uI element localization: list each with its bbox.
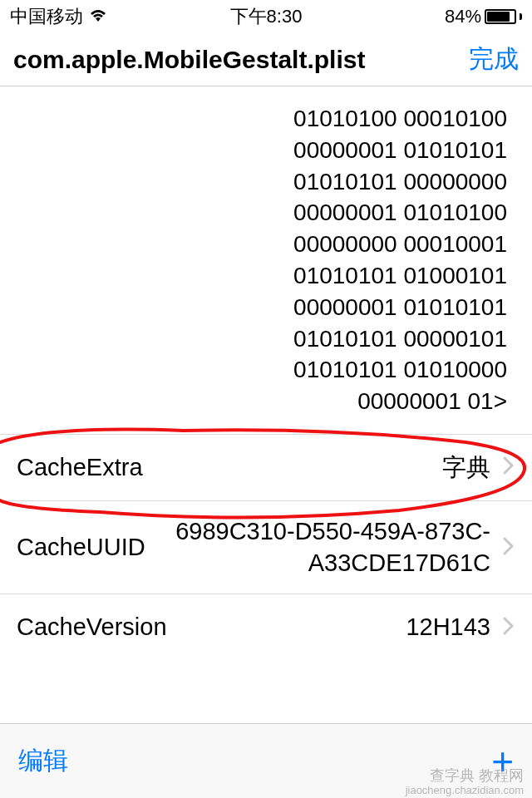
battery-indicator: 84% <box>445 6 522 27</box>
chevron-right-icon <box>502 453 515 481</box>
status-time: 下午8:30 <box>230 4 303 29</box>
carrier-label: 中国移动 <box>10 4 83 29</box>
binary-line: 00000001 01010100 <box>17 197 507 229</box>
chevron-right-icon <box>502 534 515 562</box>
binary-line: 01010100 00010100 <box>17 103 507 135</box>
binary-line: 00000000 00010001 <box>17 229 507 260</box>
binary-line: 01010101 01000101 <box>17 260 507 292</box>
chevron-right-icon <box>502 613 515 642</box>
row-cacheversion[interactable]: CacheVersion 12H143 <box>0 594 532 660</box>
binary-line: 00000001 01> <box>17 386 507 417</box>
row-cacheextra[interactable]: CacheExtra 字典 <box>0 434 532 500</box>
watermark: 查字典 教程网 jiaocheng.chazidian.com <box>406 768 524 796</box>
row-key: CacheVersion <box>17 613 167 641</box>
toolbar: 编辑 + 查字典 教程网 jiaocheng.chazidian.com <box>0 723 532 798</box>
row-key: CacheUUID <box>17 534 145 561</box>
watermark-line: jiaocheng.chazidian.com <box>406 785 524 796</box>
binary-line: 01010101 00000000 <box>17 166 507 198</box>
battery-icon <box>485 9 516 24</box>
row-value: 12H143 <box>167 612 502 643</box>
status-bar: 中国移动 下午8:30 84% <box>0 0 532 33</box>
binary-line: 00000001 01010101 <box>17 292 507 323</box>
content-area[interactable]: 01010100 00010100 00000001 01010101 0101… <box>0 86 532 723</box>
binary-data-block: 01010100 00010100 00000001 01010101 0101… <box>0 86 532 434</box>
watermark-line: 查字典 教程网 <box>406 768 524 785</box>
edit-button[interactable]: 编辑 <box>18 744 68 778</box>
row-value: 6989C310-D550-459A-873C-A33CDE17D61C <box>145 516 502 579</box>
status-left: 中国移动 <box>10 4 108 29</box>
binary-line: 01010101 00000101 <box>17 323 507 355</box>
battery-percent: 84% <box>445 6 481 27</box>
nav-bar: com.apple.MobileGestalt.plist 完成 <box>0 33 532 86</box>
page-title: com.apple.MobileGestalt.plist <box>13 46 469 74</box>
row-key: CacheExtra <box>17 454 143 481</box>
done-button[interactable]: 完成 <box>469 42 519 76</box>
status-right: 84% <box>445 6 522 27</box>
row-cacheuuid[interactable]: CacheUUID 6989C310-D550-459A-873C-A33CDE… <box>0 500 532 594</box>
binary-line: 00000001 01010101 <box>17 135 507 166</box>
wifi-icon <box>88 6 108 27</box>
row-value: 字典 <box>143 452 502 484</box>
binary-line: 01010101 01010000 <box>17 354 507 386</box>
